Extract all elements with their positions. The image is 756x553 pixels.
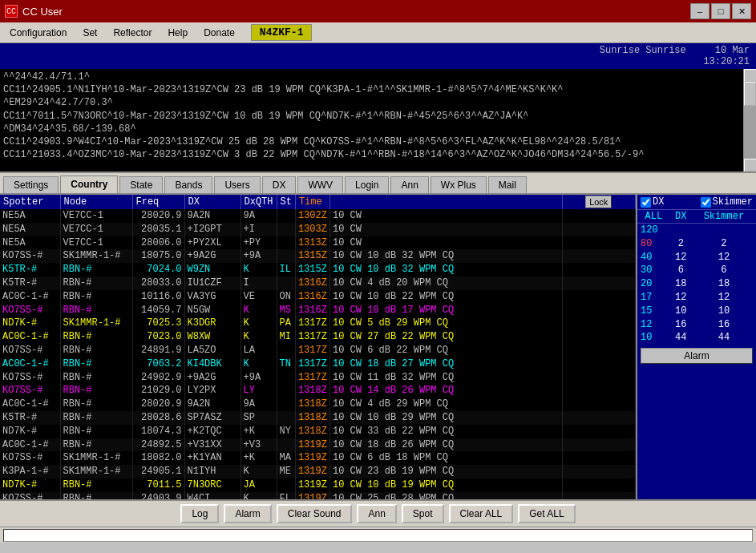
menu-configuration[interactable]: Configuration [3,26,73,40]
cell-dxqth: +9A [241,371,277,385]
cell-dx: N5GW [184,304,241,317]
menu-set[interactable]: Set [76,26,103,40]
table-row[interactable]: ND7K-# RBN-# 7011.5 7N3ORC JA 1319Z 10 C… [0,478,636,492]
cell-dx: +PY2XL [184,236,241,250]
table-row[interactable]: ND7K-# RBN-# 18074.3 +K2TQC +K NY 1318Z … [0,425,636,438]
band-label[interactable]: 20 [637,277,670,291]
scroll-up-button[interactable]: ▲ [744,69,756,82]
tab-dx[interactable]: DX [262,176,297,193]
cell-time: 1317Z [295,317,329,330]
table-row[interactable]: AC0C-1-# RBN-# 10116.0 VA3YG VE ON 1316Z… [0,290,636,304]
cell-st: MA [277,451,295,465]
band-label[interactable]: 40 [637,251,670,264]
band-label[interactable]: 30 [637,264,670,277]
menu-help[interactable]: Help [161,26,194,40]
tab-settings[interactable]: Settings [3,176,59,193]
table-row[interactable]: KO7SS-# RBN-# 24902.9 +9A2G +9A 1317Z 10… [0,371,636,385]
get-all-button[interactable]: Get ALL [518,504,575,523]
table-row[interactable]: KO7SS-# SK1MMR-1-# 18075.0 +9A2G +9A 131… [0,249,636,263]
band-row: 12 16 16 [637,318,756,332]
cell-dx: +K1YAN [184,451,241,465]
menu-reflector[interactable]: Reflector [107,26,158,40]
menu-donate[interactable]: Donate [197,26,241,40]
table-row[interactable]: ND7K-# SK1MMR-1-# 7025.3 K3DGR K PA 1317… [0,317,636,330]
band-dx-count [670,224,692,237]
table-row[interactable]: KO7SS-# RBN-# 24903.9 W4CI K FL 1319Z 10… [0,492,636,499]
tabs-row: Settings Country State Bands Users DX WW… [0,173,756,195]
cell-spotter: ND7K-# [0,425,60,438]
table-row[interactable]: NE5A VE7CC-1 28035.1 +I2GPT +I 1303Z 10 … [0,223,636,236]
header-info: Sunrise Sunrise 10 Mar 13:20:21 [0,43,756,69]
cell-freq: 7024.0 [132,263,184,276]
cell-rest: 10 CW 18 dB 27 WPM CQ [329,357,562,371]
tab-login[interactable]: Login [345,176,389,193]
close-button[interactable]: ✕ [732,3,751,19]
table-row[interactable]: K5TR-# RBN-# 28033.0 IU1CZF I 1316Z 10 C… [0,276,636,290]
table-row[interactable]: AC0C-1-# RBN-# 28020.9 9A2N 9A 1318Z 10 … [0,398,636,411]
table-row[interactable]: AC0C-1-# RBN-# 24892.5 +V31XX +V3 1319Z … [0,438,636,452]
spot-table: Spotter Node Freq DX DxQTH St Time Lock … [0,195,636,499]
table-row[interactable]: NE5A VE7CC-1 28020.9 9A2N 9A 1302Z 10 CW [0,209,636,223]
scroll-thumb[interactable] [744,82,756,106]
table-row[interactable]: KO7SS-# SK1MMR-1-# 18082.0 +K1YAN +K MA … [0,451,636,465]
band-label[interactable]: 17 [637,291,670,305]
spot-button[interactable]: Spot [402,504,444,523]
cell-time: 1318Z [295,398,329,411]
col-header-spotter: Spotter [0,195,60,209]
maximize-button[interactable]: □ [711,3,730,19]
lock-button[interactable]: Lock [585,196,612,208]
tab-users[interactable]: Users [214,176,260,193]
tab-ann[interactable]: Ann [390,176,428,193]
scroll-down-button[interactable]: ▼ [744,159,756,172]
tab-wwv[interactable]: WWV [297,176,343,193]
cell-node: SK1MMR-1-# [60,249,132,263]
clear-all-button[interactable]: Clear ALL [449,504,514,523]
cell-rest: 10 CW 10 dB 29 WPM CQ [329,411,562,425]
band-dx-count: 12 [670,251,692,264]
table-row[interactable]: K5TR-# RBN-# 7024.0 W9ZN K IL 1315Z 10 C… [0,263,636,276]
spot-table-container: Spotter Node Freq DX DxQTH St Time Lock … [0,195,636,499]
minimize-button[interactable]: – [690,3,710,19]
tab-wx-plus[interactable]: Wx Plus [431,176,487,193]
alarm-button[interactable]: Alarm [641,348,753,364]
title-bar-left: CC CC User [5,5,63,18]
cell-dx: 9A2N [184,398,241,411]
cell-rest: 10 CW 4 dB 20 WPM CQ [329,276,562,290]
cell-node: VE7CC-1 [60,223,132,236]
cell-lock [562,304,636,317]
band-label[interactable]: 15 [637,305,670,318]
dx-checkbox[interactable] [641,197,651,208]
tab-state[interactable]: State [119,176,163,193]
band-label[interactable]: 12 [637,318,670,332]
col-header-freq: Freq [132,195,184,209]
cell-rest: 10 CW 25 dB 28 WPM CQ [329,492,562,499]
log-line: ^DM34^24^35.68/-139.68^ [3,123,753,135]
table-row[interactable]: NE5A VE7CC-1 28006.0 +PY2XL +PY 1313Z 10… [0,236,636,250]
band-label[interactable]: 80 [637,237,670,251]
tab-country[interactable]: Country [60,176,118,193]
skimmer-checkbox[interactable] [701,197,711,208]
status-input[interactable] [3,529,753,542]
table-row[interactable]: K5TR-# RBN-# 28028.6 SP7ASZ SP 1318Z 10 … [0,411,636,425]
cell-rest: 10 CW 6 dB 18 WPM CQ [329,451,562,465]
band-dx-count: 10 [670,305,692,318]
table-row[interactable]: AC0C-1-# RBN-# 7063.2 KI4DBK K TN 1317Z … [0,357,636,371]
tab-mail[interactable]: Mail [488,176,527,193]
table-row[interactable]: KO7SS-# RBN-# 14059.7 N5GW K MS 1316Z 10… [0,304,636,317]
callsign-badge[interactable]: N4ZKF-1 [251,24,313,41]
band-label[interactable]: 10 [637,331,670,345]
band-label[interactable]: 120 [637,224,670,237]
log-button[interactable]: Log [180,504,219,523]
table-row[interactable]: AC0C-1-# RBN-# 7023.0 W8XW K MI 1317Z 10… [0,330,636,344]
table-row[interactable]: KO7SS-# RBN-# 24891.9 LA5ZO LA 1317Z 10 … [0,344,636,357]
cell-spotter: AC0C-1-# [0,290,60,304]
alarm-button-bottom[interactable]: Alarm [224,504,271,523]
cell-lock [562,465,636,478]
clear-sound-button[interactable]: Clear Sound [277,504,353,523]
table-row[interactable]: KO7SS-# RBN-# 21029.0 LY2PX LY 1318Z 10 … [0,384,636,398]
log-scrollbar[interactable]: ▲ ▼ [743,69,756,172]
table-row[interactable]: K3PA-1-# SK1MMR-1-# 24905.1 N1IYH K ME 1… [0,465,636,478]
cell-spotter: K5TR-# [0,411,60,425]
tab-bands[interactable]: Bands [164,176,212,193]
ann-button[interactable]: Ann [357,504,396,523]
